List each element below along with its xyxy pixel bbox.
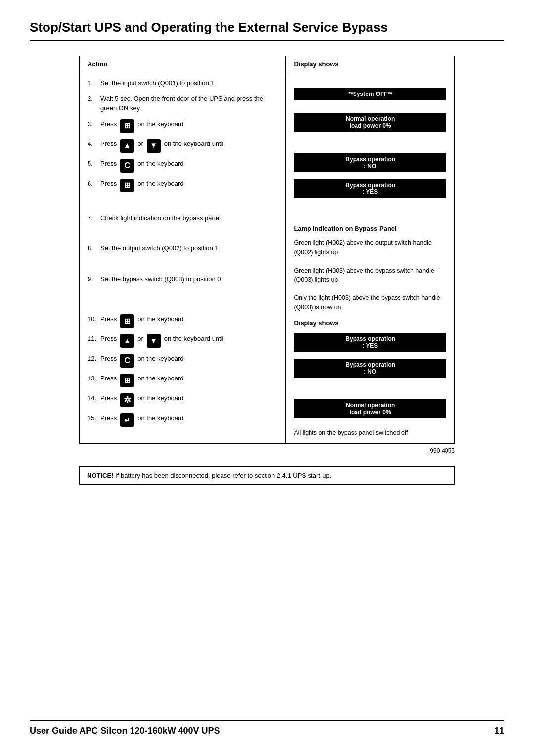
- step-4-press: Press: [100, 139, 117, 149]
- step-5-c-icon: C: [120, 159, 134, 173]
- badge-system-off: **System OFF**: [294, 88, 446, 100]
- step-4-down-icon: ▼: [147, 139, 161, 153]
- step-13-row: 13. Press ⊞ on the keyboard: [88, 374, 277, 387]
- step-7-text: Check light indication on the bypass pan…: [100, 213, 221, 223]
- step-11-or: or: [137, 334, 143, 344]
- badge-normal-op2: Normal operation load power 0%: [294, 399, 446, 418]
- step-4-num: 4.: [88, 139, 98, 149]
- step-6-icon: ⊞: [120, 179, 134, 192]
- badge-normal-op-line2: load power 0%: [350, 122, 391, 129]
- badge-bypass-no2-line2: : NO: [364, 368, 376, 375]
- page: Stop/Start UPS and Operating the Externa…: [0, 0, 534, 756]
- step-1-num: 1.: [88, 78, 98, 88]
- step-3-press: Press: [100, 119, 117, 129]
- action-col-header: Action: [80, 56, 286, 72]
- badge-bypass-no2-line1: Bypass operation: [345, 361, 395, 368]
- step-2-num: 2.: [88, 94, 98, 104]
- step-5-press: Press: [100, 159, 117, 169]
- step-10-press: Press: [100, 314, 117, 324]
- display-col-header: Display shows: [286, 56, 454, 72]
- step-9-row: 9. Set the bypass switch (Q003) to posit…: [88, 274, 277, 284]
- lamp1-text: Green light (H002) above the output swit…: [294, 238, 446, 257]
- step-13-suffix: on the keyboard: [137, 374, 183, 383]
- badge-system-off-wrapper: **System OFF**: [294, 88, 446, 103]
- badge-bypass-yes2: Bypass operation : YES: [294, 333, 446, 352]
- step-15-suffix: on the keyboard: [137, 413, 183, 423]
- step-13-press: Press: [100, 374, 117, 383]
- footer-title: User Guide APC Silcon 120-160kW 400V UPS: [30, 726, 220, 736]
- step-14-star-icon: ✲: [120, 393, 134, 407]
- badge-normal-op2-line1: Normal operation: [346, 402, 395, 409]
- step-8-num: 8.: [88, 243, 98, 253]
- badge-bypass-yes: Bypass operation : YES: [294, 179, 446, 198]
- badge-normal-op2-wrapper: Normal operation load power 0%: [294, 399, 446, 421]
- step-1-text: Set the input switch (Q001) to position …: [100, 78, 215, 88]
- step-11-press: Press: [100, 334, 117, 344]
- step-12-row: 12. Press C on the keyboard: [88, 354, 277, 368]
- lamp3-text: Only the light (H003) above the bypass s…: [294, 293, 446, 312]
- step-6-suffix: on the keyboard: [137, 179, 183, 189]
- step-3-icon: ⊞: [120, 119, 134, 133]
- step-13-icon: ⊞: [120, 374, 134, 387]
- step-14-row: 14. Press ✲ on the keyboard: [88, 393, 277, 407]
- step-11-up-icon: ▲: [120, 334, 134, 348]
- lamp-header: Lamp indication on Bypass Panel: [294, 225, 446, 232]
- step-7-row: 7. Check light indication on the bypass …: [88, 213, 277, 223]
- step-3-row: 3. Press ⊞ on the keyboard: [88, 119, 277, 133]
- step-14-press: Press: [100, 393, 117, 403]
- step-11-suffix: on the keyboard until: [164, 334, 224, 344]
- step-13-num: 13.: [88, 374, 98, 383]
- step-6-row: 6. Press ⊞ on the keyboard: [88, 179, 277, 192]
- step-3-suffix: on the keyboard: [137, 119, 183, 129]
- badge-bypass-no: Bypass operation : NO: [294, 153, 446, 172]
- step-10-num: 10.: [88, 314, 98, 324]
- badge-normal-op2-line2: load power 0%: [350, 409, 391, 416]
- step-10-suffix: on the keyboard: [137, 314, 183, 324]
- display-col: **System OFF** Normal operation load pow…: [286, 72, 454, 444]
- step-14-suffix: on the keyboard: [137, 393, 183, 403]
- footer-bar: User Guide APC Silcon 120-160kW 400V UPS…: [30, 720, 504, 736]
- step-7-num: 7.: [88, 213, 98, 223]
- badge-normal-op-wrapper: Normal operation load power 0%: [294, 113, 446, 135]
- badge-bypass-yes-wrapper: Bypass operation : YES: [294, 179, 446, 201]
- step-12-c-icon: C: [120, 354, 134, 368]
- step-15-row: 15. Press ↵ on the keyboard: [88, 413, 277, 427]
- step-12-num: 12.: [88, 354, 98, 364]
- badge-bypass-no-wrapper: Bypass operation : NO: [294, 153, 446, 175]
- notice-box: NOTICE! If battery has been disconnected…: [79, 466, 455, 485]
- step-15-press: Press: [100, 413, 117, 423]
- step-5-row: 5. Press C on the keyboard: [88, 159, 277, 173]
- page-title: Stop/Start UPS and Operating the Externa…: [30, 20, 504, 41]
- badge-normal-op-line1: Normal operation: [346, 115, 395, 122]
- badge-bypass-yes2-line2: : YES: [362, 342, 378, 349]
- step-6-num: 6.: [88, 179, 98, 189]
- step-8-row: 8. Set the output switch (Q002) to posit…: [88, 243, 277, 253]
- main-table: Action Display shows 1. Set the input sw…: [80, 56, 454, 443]
- step-11-down-icon: ▼: [147, 334, 161, 348]
- step-2-text: Wait 5 sec. Open the front door of the U…: [100, 94, 277, 113]
- notice-title: NOTICE!: [87, 472, 113, 479]
- step-2-row: 2. Wait 5 sec. Open the front door of th…: [88, 94, 277, 113]
- step-10-icon: ⊞: [120, 314, 134, 328]
- badge-normal-op: Normal operation load power 0%: [294, 113, 446, 132]
- display-shows-2: Display shows: [294, 319, 446, 327]
- badge-bypass-no-line1: Bypass operation: [345, 156, 395, 163]
- step-4-suffix: on the keyboard until: [164, 139, 224, 149]
- step-4-or: or: [137, 139, 143, 149]
- display-inner: **System OFF** Normal operation load pow…: [294, 78, 446, 437]
- lamp2-text: Green light (H003) above the bypass swit…: [294, 266, 446, 285]
- step-15-num: 15.: [88, 413, 98, 423]
- step-11-row: 11. Press ▲ or ▼ on the keyboard until: [88, 334, 277, 348]
- badge-bypass-yes2-line1: Bypass operation: [345, 335, 395, 342]
- step-6-press: Press: [100, 179, 117, 189]
- step-5-num: 5.: [88, 159, 98, 169]
- step-9-text: Set the bypass switch (Q003) to position…: [100, 274, 221, 284]
- badge-bypass-no2-wrapper: Bypass operation : NO: [294, 359, 446, 380]
- action-col: 1. Set the input switch (Q001) to positi…: [80, 72, 286, 444]
- step-8-text: Set the output switch (Q002) to position…: [100, 243, 218, 253]
- badge-bypass-yes-line1: Bypass operation: [345, 182, 395, 189]
- step-15-enter-icon: ↵: [120, 413, 134, 427]
- badge-bypass-no-line2: : NO: [364, 163, 376, 170]
- step-11-num: 11.: [88, 334, 98, 344]
- step-14-num: 14.: [88, 393, 98, 403]
